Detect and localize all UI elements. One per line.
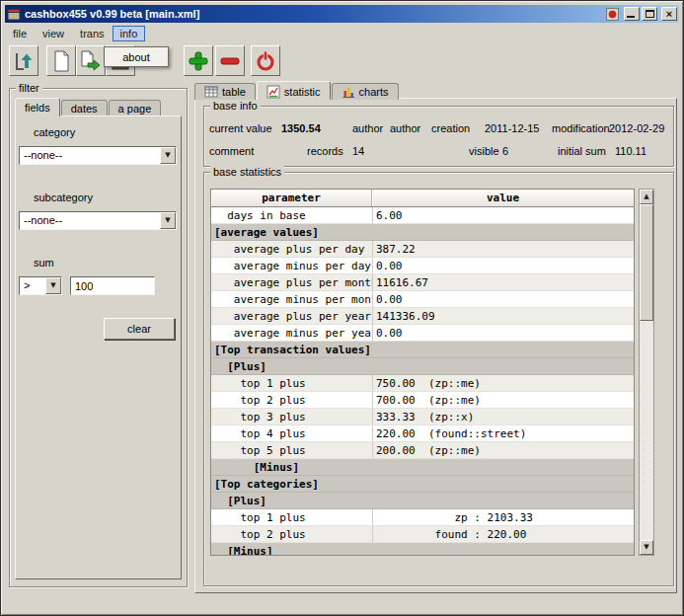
value-cell: 700.00 (zp::me)	[372, 392, 634, 408]
tab-statistic-label: statistic	[284, 86, 321, 98]
stats-data-row[interactable]: average minus per day0.00	[211, 258, 634, 274]
stats-data-row[interactable]: average minus per month0.00	[211, 291, 634, 308]
section-label: [Top transaction values]	[211, 342, 634, 357]
tooltip: about	[104, 46, 169, 67]
clear-button-label: clear	[127, 323, 151, 335]
power-button[interactable]	[251, 45, 280, 76]
value-cell: 200.00 (zp::me)	[372, 442, 634, 458]
minimize-icon	[627, 16, 635, 18]
stats-section-row[interactable]: [Minus]	[211, 543, 634, 556]
stats-section-row[interactable]: [Top transaction values]	[211, 342, 634, 358]
sum-label: sum	[34, 257, 54, 269]
tab-a-page[interactable]: a page	[109, 100, 162, 116]
stats-data-row[interactable]: average plus per month11616.67	[211, 274, 634, 291]
value-cell: 0.00	[372, 258, 634, 273]
menu-file[interactable]: file	[5, 26, 35, 41]
maximize-button[interactable]	[642, 7, 657, 21]
new-file-button[interactable]	[46, 45, 76, 76]
parameter-cell: days in base	[211, 207, 372, 223]
parameter-cell: top 4 plus	[211, 425, 372, 441]
table-scrollbar[interactable]: ▲ ▼	[639, 189, 654, 556]
stats-data-row[interactable]: top 2 plus700.00 (zp::me)	[211, 392, 634, 409]
filter-tabs: fields dates a page	[15, 97, 162, 116]
header-parameter[interactable]: parameter	[211, 190, 372, 206]
filter-group: filter fields dates a page category --no…	[9, 88, 188, 587]
charts-icon	[342, 85, 355, 99]
value-cell: found : 220.00	[372, 526, 634, 542]
titlebar[interactable]: cashbox455 v0.99 beta [main.xml] ×	[5, 5, 679, 23]
stats-section-row[interactable]: [Minus]	[211, 459, 634, 476]
stats-data-row[interactable]: top 2 plus found : 220.00	[211, 526, 634, 543]
stats-data-row[interactable]: average plus per day387.22	[211, 241, 634, 258]
tab-table[interactable]: table	[194, 83, 256, 100]
statistic-icon	[266, 85, 280, 99]
base-statistics-title: base statistics	[210, 166, 284, 178]
close-icon: ×	[666, 8, 672, 20]
base-info-group: base info current value 1350.54 author a…	[203, 106, 674, 167]
stats-data-row[interactable]: days in base6.00	[211, 207, 634, 224]
tooltip-text: about	[122, 51, 150, 63]
section-label: [Plus]	[211, 358, 634, 374]
subcategory-dropdown-button[interactable]: ▼	[160, 212, 176, 229]
section-label: [Plus]	[211, 493, 634, 508]
scroll-up-icon: ▲	[644, 193, 648, 200]
creation-label: creation	[431, 122, 470, 134]
stats-section-row[interactable]: [Plus]	[211, 493, 634, 509]
scrollbar-thumb[interactable]	[640, 204, 653, 321]
initial-sum-value: 110.11	[615, 145, 646, 157]
add-transaction-button[interactable]	[184, 45, 213, 76]
stats-data-row[interactable]: top 1 plus zp : 2103.33	[211, 509, 634, 526]
parameter-cell: top 1 plus	[211, 509, 372, 525]
sum-operator-dropdown-button[interactable]: ▼	[45, 277, 61, 294]
minimize-button[interactable]	[624, 7, 640, 21]
subcategory-select[interactable]: --none-- ▼	[19, 211, 177, 230]
creation-value: 2011-12-15	[485, 122, 539, 134]
close-button[interactable]: ×	[661, 7, 677, 21]
clear-button[interactable]: clear	[104, 318, 175, 340]
value-cell: 141336.09	[372, 308, 634, 324]
stats-section-row[interactable]: [Top categories]	[211, 476, 634, 493]
stats-data-row[interactable]: average minus per year0.00	[211, 325, 634, 342]
menu-info[interactable]: info	[113, 26, 146, 41]
scroll-down-button[interactable]: ▼	[640, 540, 653, 555]
statistic-page: base info current value 1350.54 author a…	[194, 98, 677, 593]
export-button[interactable]	[76, 45, 106, 76]
stats-data-row[interactable]: top 5 plus200.00 (zp::me)	[211, 442, 634, 459]
category-label: category	[34, 126, 75, 138]
stats-data-row[interactable]: top 1 plus750.00 (zp::me)	[211, 375, 634, 392]
scroll-up-button[interactable]: ▲	[640, 190, 653, 204]
parameter-cell: top 2 plus	[211, 526, 372, 542]
stats-data-row[interactable]: average plus per year141336.09	[211, 308, 634, 325]
value-cell: 387.22	[372, 241, 634, 257]
header-value[interactable]: value	[372, 190, 634, 206]
stats-section-row[interactable]: [average values]	[211, 224, 634, 241]
stats-section-row[interactable]: [Plus]	[211, 358, 634, 375]
comment-label: comment	[209, 145, 254, 157]
remove-transaction-button[interactable]	[215, 45, 245, 76]
modification-label: modification	[552, 122, 610, 134]
parameter-cell: average minus per day	[211, 258, 372, 273]
section-label: [Top categories]	[211, 476, 634, 492]
exit-button[interactable]	[9, 45, 38, 76]
titlebar-badge-icon	[606, 8, 619, 21]
parameter-cell: average plus per day	[211, 241, 372, 257]
tab-dates[interactable]: dates	[61, 100, 108, 116]
value-cell: zp : 2103.33	[372, 509, 634, 525]
chevron-down-icon: ▼	[165, 217, 170, 224]
author-value: author	[390, 122, 420, 134]
stats-data-row[interactable]: top 3 plus333.33 (zp::x)	[211, 409, 634, 425]
modification-value: 2012-02-29	[609, 122, 664, 134]
stats-data-row[interactable]: top 4 plus220.00 (found::street)	[211, 425, 634, 442]
category-select[interactable]: --none-- ▼	[19, 146, 177, 165]
tab-charts[interactable]: charts	[332, 83, 399, 100]
category-dropdown-button[interactable]: ▼	[160, 147, 176, 164]
value-cell: 333.33 (zp::x)	[372, 409, 634, 424]
menu-trans[interactable]: trans	[72, 26, 112, 41]
sum-operator-select[interactable]: > ▼	[19, 276, 62, 295]
menu-view[interactable]: view	[35, 26, 72, 41]
tab-statistic[interactable]: statistic	[257, 81, 331, 100]
tab-fields[interactable]: fields	[15, 98, 60, 116]
parameter-cell: average minus per month	[211, 291, 372, 307]
base-statistics-group: base statistics parameter value days in …	[203, 172, 674, 586]
sum-input[interactable]	[70, 276, 155, 295]
